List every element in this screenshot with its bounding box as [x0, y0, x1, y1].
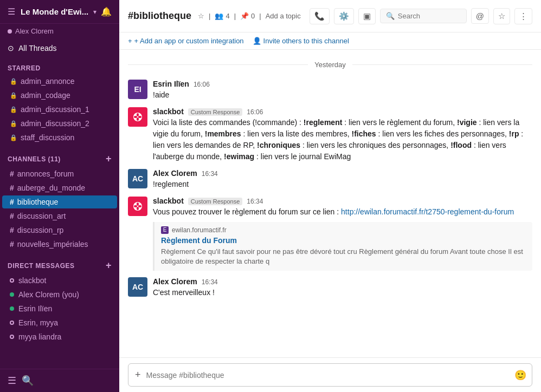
pins-count: 📌 0 — [240, 12, 255, 20]
message-group: AC Alex Clorem 16:34 !reglement — [128, 169, 532, 190]
sidebar-item-annonces-forum[interactable]: # annonces_forum — [2, 167, 117, 180]
sidebar-item-label: myya liandra — [18, 332, 61, 341]
hash-icon: # — [10, 212, 14, 220]
person-icon: 👤 — [253, 37, 261, 45]
message-time: 16:34 — [247, 198, 263, 205]
message-text: !aide — [153, 89, 532, 101]
all-threads-item[interactable]: ⊙ All Threads — [0, 41, 119, 56]
sidebar-item-label: admin_codage — [21, 91, 70, 100]
message-group: EI Esrin Ilïen 16:06 !aide — [128, 80, 532, 101]
svg-rect-4 — [138, 116, 141, 118]
sidebar-item-nouvelles-imperiales[interactable]: # nouvelles_impériales — [2, 238, 117, 251]
add-dm-button[interactable]: + — [106, 260, 112, 271]
add-channel-button[interactable]: + — [106, 153, 112, 165]
sidebar-item-staff-discussion[interactable]: 🔒 staff_discussion — [2, 131, 117, 144]
message-input[interactable] — [146, 371, 510, 380]
message-badge: Custom Response — [188, 198, 243, 205]
sidebar-item-alex-clorem[interactable]: Alex Clorem (you) — [2, 288, 117, 301]
channels-section-label: CHANNELS (11) + — [0, 145, 119, 167]
separator: | — [209, 12, 210, 20]
channel-meta: ☆ | 👥 4 | 📌 0 | Add a topic — [198, 12, 301, 20]
sidebar-bottom: ☰ 🔍 — [0, 369, 119, 392]
message-author: Alex Clorem — [153, 169, 197, 178]
lock-icon: 🔒 — [10, 120, 17, 127]
forum-link[interactable]: http://ewilan.forumactif.fr/t2750-reglem… — [341, 207, 514, 216]
channel-subheader: + + Add an app or custom integration 👤 I… — [119, 32, 541, 50]
channel-name: #bibliotheque — [128, 10, 191, 22]
topbar-actions: 📞 ⚙️ ▣ 🔍 @ ☆ ⋮ — [310, 8, 532, 24]
sidebar-item-discussion-rp[interactable]: # discussion_rp — [2, 224, 117, 237]
sidebar-item-label: discussion_art — [17, 212, 66, 220]
search-input[interactable] — [398, 12, 461, 20]
link-preview-title[interactable]: Règlement du Forum — [161, 236, 526, 245]
starred-section-label: STARRED — [0, 56, 119, 74]
sidebar-item-myya-liandra[interactable]: myya liandra — [2, 330, 117, 343]
message-input-container: + 🙂 — [119, 357, 541, 392]
link-preview: E ewilan.forumactif.fr Règlement du Foru… — [153, 222, 532, 271]
sidebar-item-esrin-myya[interactable]: Esrin, myya — [2, 316, 117, 329]
sidebar-item-label: annonces_forum — [17, 169, 74, 178]
avatar — [128, 197, 147, 216]
dm-section-label: DIRECT MESSAGES + — [0, 251, 119, 273]
at-icon[interactable]: @ — [471, 8, 489, 24]
pin-icon: 📌 — [240, 12, 249, 20]
filter-icon[interactable]: ☰ — [8, 375, 16, 387]
hash-icon: # — [10, 184, 14, 192]
sidebar-item-admin-discussion-1[interactable]: 🔒 admin_discussion_1 — [2, 103, 117, 116]
channel-topic[interactable]: Add a topic — [266, 12, 301, 20]
message-header: slackbot Custom Response 16:34 — [153, 197, 532, 205]
hamburger-icon[interactable]: ☰ — [8, 6, 15, 17]
avatar: AC — [128, 277, 147, 297]
star-icon[interactable]: ☆ — [198, 12, 204, 20]
sidebar-item-slackbot[interactable]: slackbot — [2, 274, 117, 287]
message-group: slackbot Custom Response 16:06 Voici la … — [128, 107, 532, 162]
sidebar-item-admin-annonce[interactable]: 🔒 admin_annonce — [2, 75, 117, 88]
bell-icon[interactable]: 🔔 — [101, 6, 112, 17]
members-count: 👥 4 — [215, 12, 229, 20]
sidebar-item-discussion-art[interactable]: # discussion_art — [2, 210, 117, 223]
avatar: AC — [128, 169, 147, 188]
topbar: #bibliotheque ☆ | 👥 4 | 📌 0 | Add a topi… — [119, 0, 541, 32]
more-icon[interactable]: ⋮ — [514, 8, 532, 24]
sidebar-item-admin-codage[interactable]: 🔒 admin_codage — [2, 89, 117, 102]
sidebar-item-auberge-du-monde[interactable]: # auberge_du_monde — [2, 181, 117, 194]
message-time: 16:34 — [202, 278, 218, 286]
sidebar-header: ☰ Le Monde d'Ewi... ▾ 🔔 — [0, 0, 119, 24]
hash-icon: # — [10, 240, 14, 249]
sidebar-item-bibliotheque[interactable]: # bibliotheque — [2, 195, 117, 208]
panel-icon[interactable]: ▣ — [358, 8, 376, 24]
phone-icon[interactable]: 📞 — [310, 8, 330, 24]
message-content: slackbot Custom Response 16:06 Voici la … — [153, 107, 532, 162]
plus-icon: + — [128, 37, 132, 45]
add-integration-link[interactable]: + + Add an app or custom integration — [128, 37, 244, 45]
message-text: !reglement — [153, 179, 532, 190]
lock-icon: 🔒 — [10, 106, 17, 113]
lock-icon: 🔒 — [10, 92, 17, 99]
hash-icon: # — [10, 226, 14, 234]
message-time: 16:06 — [194, 81, 210, 88]
hash-icon: # — [10, 169, 14, 178]
chevron-down-icon[interactable]: ▾ — [93, 8, 96, 16]
dm-label: DIRECT MESSAGES — [8, 262, 75, 270]
add-attachment-button[interactable]: + — [134, 368, 142, 382]
sidebar-item-esrin-ilïen[interactable]: Esrin Ilïen — [2, 302, 117, 315]
gear-icon[interactable]: ⚙️ — [334, 8, 354, 24]
message-content: Alex Clorem 16:34 !reglement — [153, 169, 532, 190]
svg-rect-7 — [137, 207, 139, 210]
status-dot — [10, 292, 14, 297]
invite-link[interactable]: 👤 Invite others to this channel — [253, 37, 349, 45]
star-icon[interactable]: ☆ — [493, 8, 510, 24]
sidebar-item-label: Esrin Ilïen — [18, 304, 52, 313]
message-text: C'est merveilleux ! — [153, 287, 532, 298]
members-icon: 👥 — [215, 12, 223, 20]
message-time: 16:34 — [202, 170, 218, 178]
svg-rect-6 — [137, 202, 139, 206]
message-content: Alex Clorem 16:34 C'est merveilleux ! — [153, 277, 532, 298]
search-icon[interactable]: 🔍 — [22, 375, 34, 387]
sidebar-item-admin-discussion-2[interactable]: 🔒 admin_discussion_2 — [2, 117, 117, 130]
emoji-button[interactable]: 🙂 — [514, 369, 526, 381]
date-divider: Yesterday — [128, 61, 532, 69]
message-header: Alex Clorem 16:34 — [153, 169, 532, 178]
message-content: slackbot Custom Response 16:34 Vous pouv… — [153, 197, 532, 271]
search-box[interactable]: 🔍 — [380, 9, 467, 23]
